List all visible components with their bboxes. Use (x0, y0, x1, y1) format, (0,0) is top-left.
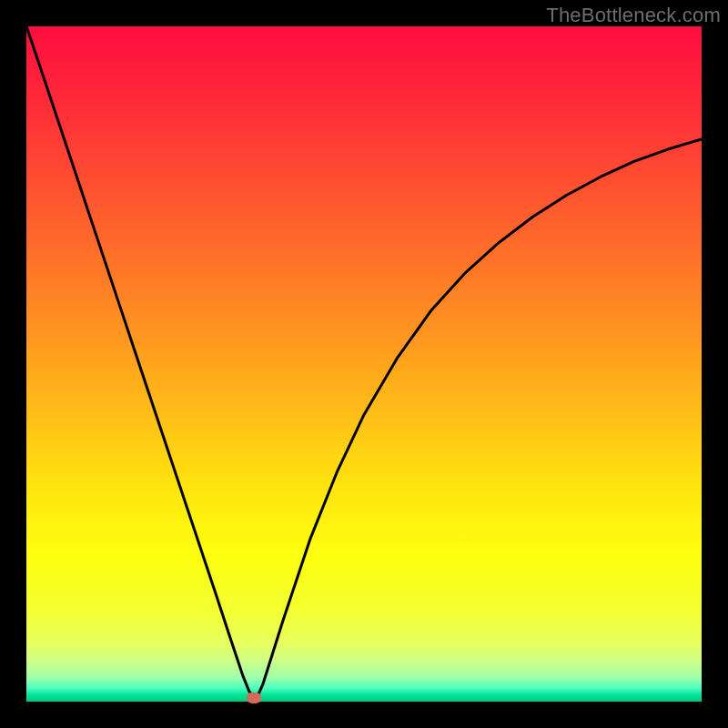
watermark-text: TheBottleneck.com (546, 4, 721, 27)
bottleneck-curve (26, 26, 702, 702)
plot-area (26, 26, 702, 702)
minimum-marker (247, 693, 261, 703)
chart-frame: TheBottleneck.com (0, 0, 728, 728)
